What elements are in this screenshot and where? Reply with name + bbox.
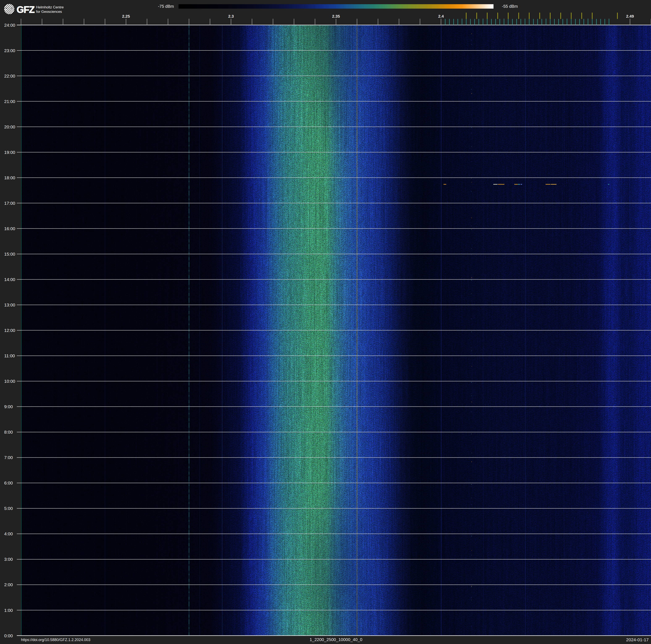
svg-text:2.4: 2.4 bbox=[438, 14, 444, 19]
svg-text:2:00: 2:00 bbox=[4, 582, 13, 587]
svg-text:12:00: 12:00 bbox=[4, 328, 15, 333]
svg-text:21:00: 21:00 bbox=[4, 99, 15, 104]
svg-text:19:00: 19:00 bbox=[4, 150, 15, 155]
svg-text:15:00: 15:00 bbox=[4, 252, 15, 257]
svg-text:2024-01-17: 2024-01-17 bbox=[626, 637, 649, 642]
svg-text:23:00: 23:00 bbox=[4, 48, 15, 53]
svg-text:14:00: 14:00 bbox=[4, 277, 15, 282]
svg-text:9:00: 9:00 bbox=[4, 404, 13, 409]
svg-text:-75 dBm: -75 dBm bbox=[158, 4, 174, 9]
svg-text:17:00: 17:00 bbox=[4, 201, 15, 206]
svg-text:0:00: 0:00 bbox=[4, 633, 13, 638]
svg-text:3:00: 3:00 bbox=[4, 557, 13, 562]
svg-text:20:00: 20:00 bbox=[4, 124, 15, 129]
svg-text:2.3: 2.3 bbox=[228, 14, 234, 19]
svg-text:2.25: 2.25 bbox=[122, 14, 130, 19]
svg-text:-55 dBm: -55 dBm bbox=[502, 4, 518, 9]
svg-text:1_2200_2500_10000_40_0: 1_2200_2500_10000_40_0 bbox=[310, 637, 363, 642]
svg-text:2.49: 2.49 bbox=[626, 14, 634, 19]
svg-text:10:00: 10:00 bbox=[4, 379, 15, 384]
svg-text:Helmholtz Centre: Helmholtz Centre bbox=[36, 5, 64, 9]
svg-text:6:00: 6:00 bbox=[4, 480, 13, 485]
svg-text:5:00: 5:00 bbox=[4, 506, 13, 511]
svg-text:GFZ: GFZ bbox=[17, 4, 35, 15]
svg-text:8:00: 8:00 bbox=[4, 430, 13, 435]
svg-text:7:00: 7:00 bbox=[4, 455, 13, 460]
svg-text:1:00: 1:00 bbox=[4, 608, 13, 613]
svg-text:13:00: 13:00 bbox=[4, 302, 15, 307]
svg-text:22:00: 22:00 bbox=[4, 74, 15, 79]
svg-text:for Geosciences: for Geosciences bbox=[36, 10, 62, 14]
svg-text:24:00: 24:00 bbox=[4, 23, 15, 28]
svg-text:11:00: 11:00 bbox=[4, 353, 15, 358]
svg-text:16:00: 16:00 bbox=[4, 226, 15, 231]
svg-text:18:00: 18:00 bbox=[4, 175, 15, 180]
svg-text:2.35: 2.35 bbox=[332, 14, 340, 19]
svg-text:4:00: 4:00 bbox=[4, 531, 13, 536]
svg-text:https://doi.org/10.5880/GFZ.1.: https://doi.org/10.5880/GFZ.1.2.2024.003 bbox=[21, 638, 90, 642]
